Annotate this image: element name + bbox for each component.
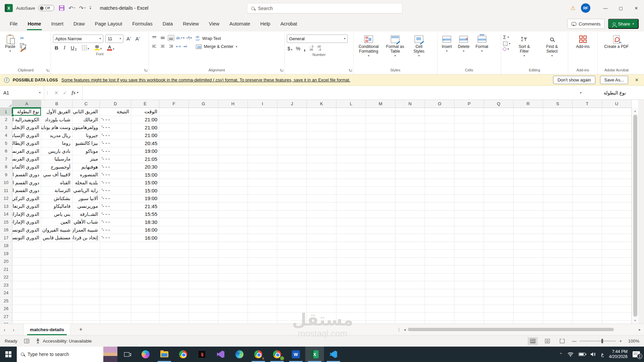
cell-D13[interactable]: - - -' (100, 202, 131, 210)
cell-A11[interactable]: دوري القسم الثاني (12, 187, 41, 195)
cell-U6[interactable] (602, 147, 632, 156)
cell-E21[interactable] (131, 265, 159, 274)
cell-C18[interactable] (72, 242, 100, 250)
cell-E28[interactable] (131, 321, 159, 324)
cell-J18[interactable] (277, 242, 307, 250)
comma-style-button[interactable]: , (304, 46, 306, 51)
cell-N27[interactable] (395, 313, 425, 321)
cell-G7[interactable] (189, 155, 218, 163)
cell-U12[interactable] (602, 195, 632, 203)
cell-S19[interactable] (543, 250, 573, 258)
cell-B8[interactable]: أوجسبورج (41, 163, 72, 171)
cell-K2[interactable] (307, 116, 336, 124)
cell-Q13[interactable] (484, 202, 514, 210)
cell-A26[interactable] (12, 305, 41, 313)
cell-D15[interactable]: - - -' (100, 218, 131, 226)
cell-U19[interactable] (602, 250, 632, 258)
cell-I12[interactable] (248, 195, 277, 203)
taskbar-edge[interactable] (230, 347, 249, 362)
cell-S25[interactable] (543, 297, 573, 305)
cell-T20[interactable] (573, 258, 602, 266)
cell-D26[interactable] (100, 305, 131, 313)
cell-R1[interactable] (514, 108, 543, 116)
row-header-8[interactable]: 8 (0, 163, 12, 171)
cell-P26[interactable] (454, 305, 484, 313)
cell-N9[interactable] (395, 171, 425, 179)
cell-J11[interactable] (277, 187, 307, 195)
insert-cells-button[interactable]: ← Insert ▾ (439, 34, 454, 54)
cell-S28[interactable] (543, 321, 573, 324)
cell-styles-button[interactable]: Cell Styles ▾ (409, 34, 429, 59)
cell-K25[interactable] (307, 297, 336, 305)
cell-T17[interactable] (573, 234, 602, 242)
cell-U17[interactable] (602, 234, 632, 242)
cell-J10[interactable] (277, 179, 307, 187)
show-hidden-icons-chevron[interactable]: ⌃ (559, 352, 562, 357)
cell-O14[interactable] (425, 210, 454, 219)
cell-I26[interactable] (248, 305, 277, 313)
cell-D7[interactable]: - - -' (100, 155, 131, 163)
cell-A16[interactable]: الدوري التونسي (12, 226, 41, 234)
font-color-button[interactable]: A▾ (105, 45, 116, 51)
cell-T1[interactable] (573, 108, 602, 116)
cell-B12[interactable]: بشكتاش (41, 195, 72, 203)
cell-B17[interactable]: مستقبل قابس (41, 234, 72, 242)
wifi-icon[interactable] (568, 352, 574, 357)
cell-J13[interactable] (277, 202, 307, 210)
cell-E27[interactable] (131, 313, 159, 321)
cell-F6[interactable] (159, 147, 189, 156)
cell-P24[interactable] (454, 289, 484, 297)
tab-data[interactable]: Data (158, 16, 178, 32)
cell-M22[interactable] (366, 274, 395, 282)
cell-P2[interactable] (454, 116, 484, 124)
cell-Q25[interactable] (484, 297, 514, 305)
cell-L3[interactable] (336, 124, 366, 132)
cell-A27[interactable] (12, 313, 41, 321)
cell-O20[interactable] (425, 258, 454, 266)
cell-O9[interactable] (425, 171, 454, 179)
confirm-entry-icon[interactable]: ✓ (63, 90, 67, 96)
taskbar-visual-studio[interactable] (211, 347, 230, 362)
cell-L28[interactable] (336, 321, 366, 324)
cell-K13[interactable] (307, 202, 336, 210)
cell-E16[interactable]: 16:00 (131, 226, 159, 234)
cell-E1[interactable]: الوقت (131, 108, 159, 116)
cell-B1[interactable]: الفريق الأول (41, 108, 72, 116)
column-header-L[interactable]: L (336, 100, 366, 108)
cell-Q8[interactable] (484, 163, 514, 171)
cell-B19[interactable] (41, 250, 72, 258)
tab-automate[interactable]: Automate (224, 16, 255, 32)
cell-G8[interactable] (189, 163, 218, 171)
format-cells-button[interactable]: Format ▾ (473, 34, 491, 54)
cell-C15[interactable]: شباب الأهلي (72, 218, 100, 226)
cell-L15[interactable] (336, 218, 366, 226)
cell-R8[interactable] (514, 163, 543, 171)
cell-F19[interactable] (159, 250, 189, 258)
cell-P6[interactable] (454, 147, 484, 156)
cell-R23[interactable] (514, 281, 543, 289)
cell-M8[interactable] (366, 163, 395, 171)
cell-S10[interactable] (543, 179, 573, 187)
cell-H27[interactable] (218, 313, 248, 321)
cell-C16[interactable]: شبيبة العمران (72, 226, 100, 234)
task-view-button[interactable] (117, 347, 136, 362)
cell-S23[interactable] (543, 281, 573, 289)
cell-P21[interactable] (454, 265, 484, 274)
cell-A2[interactable]: الكونفيدرالية الافريقية (12, 116, 41, 124)
cell-I23[interactable] (248, 281, 277, 289)
cell-M9[interactable] (366, 171, 395, 179)
cell-K18[interactable] (307, 242, 336, 250)
cell-I21[interactable] (248, 265, 277, 274)
cell-S2[interactable] (543, 116, 573, 124)
column-header-U[interactable]: U (602, 100, 632, 108)
cell-K16[interactable] (307, 226, 336, 234)
cell-H11[interactable] (218, 187, 248, 195)
cell-M21[interactable] (366, 265, 395, 274)
cell-Q12[interactable] (484, 195, 514, 203)
cell-T28[interactable] (573, 321, 602, 324)
cell-Q14[interactable] (484, 210, 514, 219)
wrap-text-button[interactable]: abc↩ Wrap Text (196, 36, 237, 42)
cell-Q18[interactable] (484, 242, 514, 250)
cell-U5[interactable] (602, 139, 632, 147)
cell-L24[interactable] (336, 289, 366, 297)
